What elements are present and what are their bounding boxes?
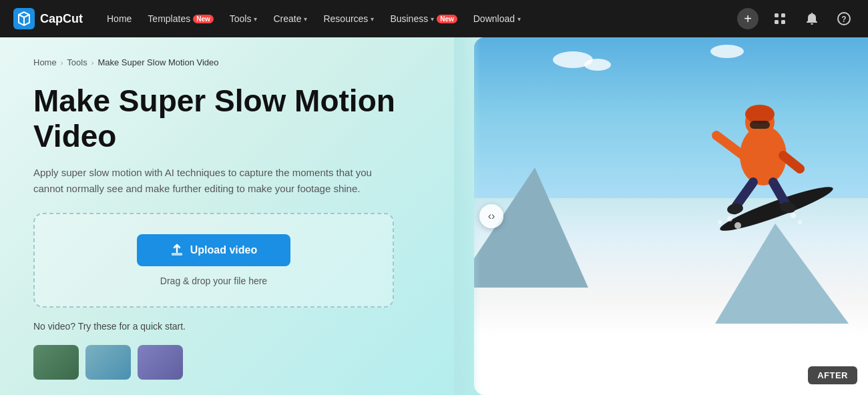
nav-label-tools: Tools [230,13,252,24]
breadcrumb-home[interactable]: Home [33,57,57,67]
svg-point-19 [727,216,732,222]
page-title-line1: Make Super Slow Motion [33,83,395,118]
svg-line-14 [783,155,800,169]
nav-item-resources[interactable]: Resources ▾ [323,13,374,24]
right-panel: ‹› AFTER [454,37,868,395]
video-preview-container: ‹› AFTER [474,37,868,395]
download-chevron-icon: ▾ [517,15,521,23]
upload-video-button[interactable]: Upload video [137,234,290,266]
svg-rect-3 [775,20,779,24]
help-icon[interactable]: ? [833,8,855,29]
nav-item-templates[interactable]: Templates New [148,13,213,24]
business-chevron-icon: ▾ [431,15,434,23]
upload-area: Upload video Drag & drop your file here [33,213,394,308]
create-chevron-icon: ▾ [304,15,307,23]
nav-item-tools[interactable]: Tools ▾ [230,13,258,24]
svg-rect-4 [781,20,785,24]
page-description: Apply super slow motion with AI techniqu… [33,165,381,197]
nav-label-business: Business [390,13,428,24]
svg-point-11 [745,105,775,123]
page-title: Make Super Slow Motion Video [33,83,421,154]
svg-rect-1 [775,13,779,17]
svg-point-23 [798,220,802,224]
upload-icon [170,244,184,257]
navbar: CapCut Home Templates New Tools ▾ Create… [0,0,868,37]
snowboarder-figure [690,55,837,242]
nav-item-create[interactable]: Create ▾ [273,13,307,24]
resources-chevron-icon: ▾ [371,15,374,23]
left-panel: Home › Tools › Make Super Slow Motion Vi… [0,37,454,395]
nav-label-download: Download [473,13,515,24]
thumbnail-row [33,345,421,380]
quick-start-thumb-2[interactable] [85,345,131,380]
video-preview: ‹› AFTER [474,37,868,395]
business-badge: New [437,15,457,23]
logo[interactable]: CapCut [13,8,83,29]
quick-start-label: No video? Try these for a quick start. [33,321,421,332]
breadcrumb: Home › Tools › Make Super Slow Motion Vi… [33,57,421,67]
breadcrumb-sep-2: › [91,59,94,67]
after-badge: AFTER [808,366,857,384]
main-content: Home › Tools › Make Super Slow Motion Vi… [0,37,868,395]
templates-badge: New [193,15,214,23]
breadcrumb-sep-1: › [61,59,63,67]
svg-text:?: ? [841,15,846,24]
left-fade [454,37,481,395]
svg-point-20 [718,220,722,224]
nav-label-templates: Templates [148,13,190,24]
navbar-right: + ? [737,8,855,29]
svg-rect-12 [750,121,770,129]
upload-button-label: Upload video [190,244,257,256]
create-plus-button[interactable]: + [737,8,758,29]
prev-arrow-button[interactable]: ‹› [479,204,503,228]
nav-label-create: Create [273,13,301,24]
page-title-line2: Video [33,119,116,153]
nav-label-resources: Resources [323,13,368,24]
quick-start-thumb-1[interactable] [33,345,79,380]
nav-item-download[interactable]: Download ▾ [473,13,521,24]
svg-point-22 [791,213,796,218]
upload-hint: Drag & drop your file here [160,276,267,286]
breadcrumb-tools[interactable]: Tools [67,57,87,67]
nav-label-home: Home [107,13,132,24]
bell-icon[interactable] [801,8,823,29]
nav-item-home[interactable]: Home [107,13,132,24]
nav-item-business[interactable]: Business ▾ New [390,13,457,24]
breadcrumb-current: Make Super Slow Motion Video [97,57,218,67]
svg-point-21 [734,222,741,229]
svg-rect-2 [781,13,785,17]
tools-chevron-icon: ▾ [254,15,257,23]
quick-start-thumb-3[interactable] [138,345,183,380]
svg-rect-7 [172,253,182,256]
svg-line-15 [736,182,753,206]
grid-icon[interactable] [769,8,791,29]
logo-text: CapCut [40,12,83,26]
svg-line-13 [716,135,743,155]
